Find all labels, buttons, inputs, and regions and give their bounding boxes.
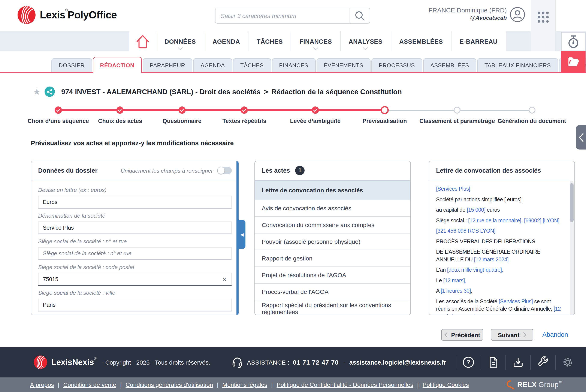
stepper-dot-done[interactable] bbox=[116, 106, 124, 114]
legal-link-politique-cookies[interactable]: Politique Cookies bbox=[423, 381, 469, 388]
doc-paragraph: [321 456 098 RCS LYON] bbox=[436, 228, 563, 235]
stepper-dot-todo[interactable] bbox=[454, 107, 461, 114]
share-button[interactable] bbox=[44, 86, 55, 97]
user-block: FRANCE Dominique (FRD) @Avocatscab bbox=[429, 6, 507, 21]
user-avatar[interactable] bbox=[510, 7, 525, 22]
fields-filter-toggle[interactable] bbox=[217, 167, 232, 174]
breadcrumb-dossier[interactable]: 974 INVEST - AALEMARCHAND (SARL) - Droit… bbox=[61, 88, 260, 96]
acte-item-rapport-special-du-president-sur-les-conventions-reglementees[interactable]: Rapport spécial du président sur les con… bbox=[255, 300, 410, 315]
stepper-label: Choix d’une séquence bbox=[28, 118, 89, 124]
doc-variable-link[interactable]: [321 456 098 RCS LYON] bbox=[436, 228, 495, 234]
sub-nav-tab-dossier[interactable]: DOSSIER bbox=[51, 58, 92, 72]
doc-variable-link[interactable]: [Services Plus] bbox=[436, 186, 470, 192]
doc-variable-link[interactable]: [Services Plus] bbox=[499, 298, 533, 304]
preview-panel: Lettre de convocation des associés [Serv… bbox=[429, 161, 575, 315]
relx-tm: ™ bbox=[559, 380, 563, 384]
main-nav-item-agenda[interactable]: AGENDA bbox=[204, 31, 248, 52]
favorite-star-icon[interactable]: ★ bbox=[33, 88, 41, 96]
tools-button[interactable] bbox=[531, 356, 555, 368]
field-input-siege-social-de-la-societe-n-et-rue[interactable] bbox=[38, 250, 231, 256]
main-nav-item-assemblees[interactable]: ASSEMBLÉES bbox=[391, 31, 452, 52]
triangle-left-icon: ◀ bbox=[240, 232, 244, 237]
acte-item-avis-de-convocation-des-associes[interactable]: Avis de convocation des associés bbox=[255, 200, 410, 217]
doc-variable-link[interactable]: [15 000] bbox=[467, 207, 485, 213]
legal-link-conditions-de-vente[interactable]: Conditions de vente bbox=[63, 381, 116, 388]
search-input[interactable] bbox=[215, 12, 350, 19]
acte-item-convocation-du-commissaire-aux-comptes[interactable]: Convocation du commissaire aux comptes bbox=[255, 217, 410, 234]
field-input-siege-social-de-la-societe-ville[interactable] bbox=[38, 302, 231, 308]
field-input-devise-en-lettre-ex-euros[interactable] bbox=[38, 199, 231, 205]
previous-button[interactable]: Précédent bbox=[441, 329, 483, 340]
chevron-right-icon bbox=[523, 332, 527, 338]
stepper-dot-done[interactable] bbox=[241, 106, 248, 114]
legal-link-separator: | bbox=[271, 381, 273, 388]
sub-nav-tab-redaction[interactable]: RÉDACTION bbox=[93, 57, 142, 73]
brand-reg-icon: ® bbox=[65, 8, 68, 12]
documents-button[interactable] bbox=[481, 356, 505, 368]
footer-logo[interactable]: LexisNexis® bbox=[33, 355, 96, 369]
stepper-dot-current[interactable] bbox=[381, 106, 389, 114]
acte-item-proces-verbal-de-l-agoa[interactable]: Procès-verbal de l'AGOA bbox=[255, 284, 410, 300]
share-icon bbox=[47, 89, 52, 94]
footer-reg-icon: ® bbox=[94, 357, 97, 360]
apps-grid-icon[interactable] bbox=[538, 12, 549, 23]
footer-brand: LexisNexis® bbox=[51, 358, 96, 367]
help-button[interactable]: ? bbox=[456, 356, 480, 368]
download-button[interactable] bbox=[506, 357, 530, 368]
open-dossier-button[interactable] bbox=[561, 51, 586, 73]
stepper-dot-done[interactable] bbox=[178, 106, 186, 114]
sub-nav-tab-tableaux-financiers[interactable]: TABLEAUX FINANCIERS bbox=[477, 58, 558, 72]
main-nav-item-e-barreau[interactable]: E-BARREAU bbox=[452, 31, 506, 52]
next-button[interactable]: Suivant bbox=[491, 329, 533, 340]
sub-nav-tab-assemblees[interactable]: ASSEMBLÉES bbox=[423, 58, 476, 72]
acte-item-pouvoir-associe-personne-physique[interactable]: Pouvoir (associé personne physique) bbox=[255, 234, 410, 250]
acte-item-rapport-de-gestion[interactable]: Rapport de gestion bbox=[255, 250, 410, 267]
stepper-dot-done[interactable] bbox=[312, 106, 319, 114]
svg-text:?: ? bbox=[466, 359, 470, 366]
acte-item-lettre-de-convocation-des-associes[interactable]: Lettre de convocation des associés bbox=[255, 180, 410, 200]
acte-item-projet-de-resolutions-de-l-agoa[interactable]: Projet de résolutions de l'AGOA bbox=[255, 267, 410, 284]
brand-logo[interactable]: Lexis®PolyOffice bbox=[17, 6, 117, 24]
brand-wordmark: Lexis®PolyOffice bbox=[40, 9, 117, 21]
legal-link-politique-de-confidentialite-donnees-personnelles[interactable]: Politique de Confidentialité - Données P… bbox=[277, 381, 413, 388]
relx-group-logo: RELX Group ™ bbox=[506, 380, 563, 390]
assistance-email[interactable]: assistance.logiciel@lexisnexis.fr bbox=[349, 359, 446, 366]
doc-variable-link[interactable]: [12 mars], bbox=[443, 278, 466, 284]
main-nav-item-analyses[interactable]: ANALYSES bbox=[340, 31, 391, 52]
settings-button[interactable] bbox=[555, 356, 580, 368]
collapse-dossier-flap[interactable]: ◀ bbox=[239, 220, 245, 249]
collapse-panel-flap[interactable] bbox=[576, 125, 586, 150]
stepper-dot-done[interactable] bbox=[55, 106, 62, 114]
doc-variable-link[interactable]: [deux mille vingt-quatre], bbox=[447, 267, 503, 273]
field-siege-social-de-la-societe-ville bbox=[38, 298, 232, 312]
preview-scrollbar-thumb[interactable] bbox=[570, 183, 574, 222]
main-nav-item-taches[interactable]: TÂCHES bbox=[248, 31, 291, 52]
field-input-siege-social-de-la-societe-code-postal[interactable] bbox=[38, 276, 218, 282]
legal-link-a-propos[interactable]: À propos bbox=[30, 381, 54, 388]
legal-link-mentions-legales[interactable]: Mentions légales bbox=[222, 381, 267, 388]
sub-nav-tab-parapheur[interactable]: PARAPHEUR bbox=[142, 58, 192, 72]
panel-blue-scrollbar[interactable] bbox=[236, 161, 239, 315]
field-siege-social-de-la-societe-n-et-rue bbox=[38, 247, 232, 260]
legal-link-separator: | bbox=[58, 381, 59, 388]
sub-nav-tab-evenements[interactable]: ÉVÈNEMENTS bbox=[316, 58, 371, 72]
field-input-denomination-de-la-societe[interactable] bbox=[38, 224, 231, 231]
abandon-link[interactable]: Abandon bbox=[542, 331, 568, 338]
global-search bbox=[215, 8, 370, 24]
sub-nav-tab-processus[interactable]: PROCESSUS bbox=[371, 58, 422, 72]
stepper-dot-todo[interactable] bbox=[528, 107, 535, 114]
timer-button[interactable] bbox=[561, 32, 586, 51]
clear-field-icon[interactable]: × bbox=[218, 275, 231, 283]
main-nav-item-finances[interactable]: FINANCES bbox=[291, 31, 340, 52]
doc-variable-link[interactable]: [12 mars 2024] bbox=[474, 256, 509, 262]
sub-nav-tab-taches[interactable]: TÂCHES bbox=[233, 58, 271, 72]
search-button[interactable] bbox=[350, 8, 370, 23]
doc-variable-link[interactable]: [1 heures 30] bbox=[441, 288, 471, 294]
sub-nav-tab-agenda[interactable]: AGENDA bbox=[193, 58, 232, 72]
legal-link-conditions-generales-d-utilisation[interactable]: Conditions générales d'utilisation bbox=[125, 381, 213, 388]
doc-variable-link[interactable]: [12 rue de la monnaire], [69002] [LYON] bbox=[468, 218, 560, 224]
dossier-fields: Devise en lettre (ex : euros)Dénominatio… bbox=[31, 180, 239, 312]
sub-nav-tab-finances[interactable]: FINANCES bbox=[272, 58, 315, 72]
main-nav-item-donnees[interactable]: DONNÉES bbox=[156, 31, 204, 52]
main-nav-home-tab[interactable] bbox=[129, 31, 156, 52]
